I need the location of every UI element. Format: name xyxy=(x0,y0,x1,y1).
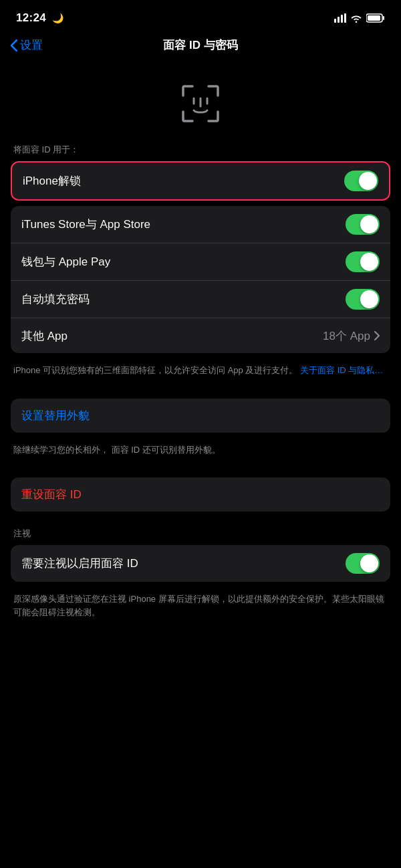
faceid-info-text: iPhone 可识别您独有的三维面部特征，以允许安全访问 App 及进行支付。 … xyxy=(0,358,401,388)
back-button[interactable]: 设置 xyxy=(11,37,43,53)
attention-section-label: 注视 xyxy=(0,528,401,545)
nav-title: 面容 ID 与密码 xyxy=(163,37,237,53)
wallet-applepay-toggle[interactable] xyxy=(346,251,380,272)
reset-faceid-group: 重设面容 ID xyxy=(11,477,390,512)
wallet-applepay-label: 钱包与 Apple Pay xyxy=(21,254,110,269)
svg-rect-0 xyxy=(334,19,336,23)
toggle-knob xyxy=(360,253,378,271)
wifi-icon xyxy=(350,13,362,23)
attention-section: 注视 需要注视以启用面容 ID 原深感像头通过验证您在注视 iPhone 屏幕后… xyxy=(0,528,401,629)
toggle-knob xyxy=(359,172,377,190)
reset-faceid-row[interactable]: 重设面容 ID xyxy=(11,477,390,512)
status-icons xyxy=(334,13,385,23)
other-apps-row[interactable]: 其他 App 18个 App xyxy=(11,318,390,353)
other-apps-label: 其他 App xyxy=(21,328,68,344)
svg-rect-5 xyxy=(383,16,384,20)
toggle-knob xyxy=(360,215,378,233)
wallet-applepay-row: 钱包与 Apple Pay xyxy=(11,243,390,281)
svg-rect-6 xyxy=(368,15,380,21)
setup-alternate-desc: 除继续学习您的长相外， 面容 ID 还可识别替用外貌。 xyxy=(0,438,401,467)
use-for-label: 将面容 ID 用于： xyxy=(0,144,401,161)
other-apps-right: 18个 App xyxy=(323,328,380,344)
back-label: 设置 xyxy=(20,37,43,53)
iphone-unlock-label: iPhone解锁 xyxy=(23,173,81,189)
moon-icon: 🌙 xyxy=(52,13,63,23)
attention-faceid-label: 需要注视以启用面容 ID xyxy=(21,556,138,571)
itunes-appstore-label: iTunes Store与 App Store xyxy=(21,217,150,232)
other-apps-value: 18个 App xyxy=(323,328,370,344)
faceid-icon-area xyxy=(0,61,401,144)
back-chevron-icon xyxy=(11,39,17,51)
attention-group: 需要注视以启用面容 ID xyxy=(11,545,390,582)
signal-icon xyxy=(334,13,346,23)
attention-desc: 原深感像头通过验证您在注视 iPhone 屏幕后进行解锁，以此提供额外的安全保护… xyxy=(0,587,401,629)
itunes-appstore-row: iTunes Store与 App Store xyxy=(11,206,390,243)
setup-alternate-row[interactable]: 设置替用外貌 xyxy=(11,399,390,433)
svg-rect-1 xyxy=(338,17,340,23)
status-bar: 12:24 🌙 xyxy=(0,0,401,32)
battery-icon xyxy=(366,13,385,23)
attention-faceid-row: 需要注视以启用面容 ID xyxy=(11,545,390,582)
iphone-unlock-group: iPhone解锁 xyxy=(11,161,390,201)
nav-bar: 设置 面容 ID 与密码 xyxy=(0,32,401,61)
setup-alternate-label: 设置替用外貌 xyxy=(21,408,90,423)
autofill-label: 自动填充密码 xyxy=(21,292,90,307)
setup-alternate-group: 设置替用外貌 xyxy=(11,399,390,433)
autofill-toggle[interactable] xyxy=(346,289,380,310)
svg-rect-2 xyxy=(341,15,343,23)
privacy-link[interactable]: 关于面容 ID 与隐私… xyxy=(300,365,383,375)
iphone-unlock-row: iPhone解锁 xyxy=(12,162,389,199)
toggle-knob xyxy=(360,554,378,572)
status-time: 12:24 🌙 xyxy=(16,11,63,25)
iphone-unlock-toggle[interactable] xyxy=(344,171,378,191)
faceid-uses-group: iTunes Store与 App Store 钱包与 Apple Pay 自动… xyxy=(11,206,390,353)
attention-faceid-toggle[interactable] xyxy=(346,553,380,574)
autofill-row: 自动填充密码 xyxy=(11,281,390,318)
reset-faceid-label: 重设面容 ID xyxy=(21,487,82,502)
toggle-knob xyxy=(360,290,378,308)
itunes-appstore-toggle[interactable] xyxy=(346,214,380,235)
chevron-right-icon xyxy=(374,331,380,340)
faceid-icon xyxy=(176,80,225,128)
svg-rect-3 xyxy=(344,13,346,23)
